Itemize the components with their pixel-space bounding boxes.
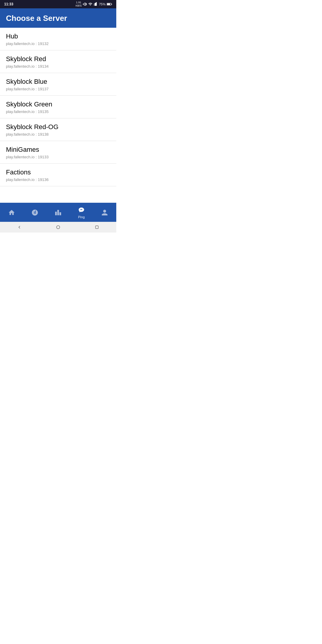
server-name: Skyblock Blue bbox=[6, 78, 110, 86]
server-address: play.fallentech.io : 19132 bbox=[6, 41, 110, 46]
stats-icon bbox=[31, 209, 39, 216]
leaderboard-icon bbox=[54, 209, 62, 216]
server-item[interactable]: Skyblock Redplay.fallentech.io : 19134 bbox=[0, 50, 116, 73]
android-nav-bar bbox=[0, 222, 116, 233]
nav-recents-button[interactable] bbox=[94, 224, 100, 230]
bottom-nav: Ping bbox=[0, 203, 116, 222]
server-item[interactable]: Skyblock Red-OGplay.fallentech.io : 1913… bbox=[0, 118, 116, 141]
server-name: Skyblock Green bbox=[6, 100, 110, 108]
app-header: Choose a Server bbox=[0, 8, 116, 28]
svg-rect-4 bbox=[95, 226, 98, 228]
battery-icon bbox=[107, 2, 112, 6]
status-icons: 1.91KB/S 75% bbox=[75, 1, 112, 7]
nav-back-button[interactable] bbox=[16, 224, 22, 230]
battery-level: 75% bbox=[99, 2, 106, 6]
nav-leaderboard[interactable] bbox=[47, 209, 70, 216]
svg-point-3 bbox=[57, 226, 60, 229]
server-name: Hub bbox=[6, 32, 110, 40]
status-speed: 1.91KB/S bbox=[75, 1, 82, 7]
server-name: Factions bbox=[6, 168, 110, 176]
server-address: play.fallentech.io : 19138 bbox=[6, 132, 110, 137]
nav-home[interactable] bbox=[0, 209, 23, 216]
nav-profile[interactable] bbox=[93, 209, 116, 216]
server-address: play.fallentech.io : 19136 bbox=[6, 177, 110, 182]
svg-rect-2 bbox=[107, 4, 110, 5]
vibrate-icon bbox=[83, 2, 87, 6]
server-address: play.fallentech.io : 19137 bbox=[6, 87, 110, 91]
profile-icon bbox=[101, 209, 109, 216]
server-item[interactable]: Hubplay.fallentech.io : 19132 bbox=[0, 28, 116, 50]
home-icon bbox=[8, 209, 16, 216]
server-item[interactable]: Skyblock Blueplay.fallentech.io : 19137 bbox=[0, 73, 116, 96]
server-address: play.fallentech.io : 19133 bbox=[6, 155, 110, 159]
page-title: Choose a Server bbox=[6, 14, 110, 23]
svg-rect-1 bbox=[112, 4, 112, 5]
server-address: play.fallentech.io : 19134 bbox=[6, 64, 110, 69]
server-item[interactable]: Skyblock Greenplay.fallentech.io : 19135 bbox=[0, 96, 116, 118]
server-name: Skyblock Red-OG bbox=[6, 123, 110, 131]
server-name: Skyblock Red bbox=[6, 55, 110, 63]
ping-label: Ping bbox=[78, 215, 85, 219]
server-list: Hubplay.fallentech.io : 19132Skyblock Re… bbox=[0, 28, 116, 203]
ping-icon bbox=[78, 206, 85, 214]
wifi-icon bbox=[88, 2, 92, 6]
server-address: play.fallentech.io : 19135 bbox=[6, 109, 110, 114]
nav-stats[interactable] bbox=[23, 209, 47, 216]
nav-home-button[interactable] bbox=[55, 224, 61, 230]
nav-ping[interactable]: Ping bbox=[70, 206, 93, 219]
status-bar: 11:33 1.91KB/S 75% bbox=[0, 0, 116, 8]
server-name: MiniGames bbox=[6, 146, 110, 154]
signal-icon bbox=[94, 2, 98, 6]
server-item[interactable]: MiniGamesplay.fallentech.io : 19133 bbox=[0, 141, 116, 164]
status-time: 11:33 bbox=[4, 2, 13, 6]
server-item[interactable]: Factionsplay.fallentech.io : 19136 bbox=[0, 164, 116, 186]
